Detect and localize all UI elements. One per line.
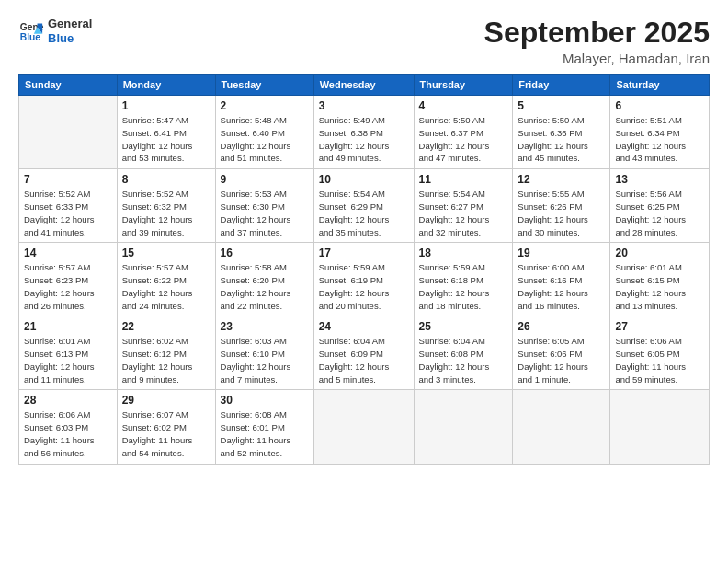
day-number: 11 xyxy=(419,173,508,186)
calendar-cell: 30Sunrise: 6:08 AM Sunset: 6:01 PM Dayli… xyxy=(215,390,313,464)
calendar-cell xyxy=(513,390,610,464)
calendar-cell: 14Sunrise: 5:57 AM Sunset: 6:23 PM Dayli… xyxy=(19,243,118,316)
day-number: 7 xyxy=(24,173,112,186)
day-info: Sunrise: 5:49 AM Sunset: 6:38 PM Dayligh… xyxy=(319,114,409,165)
calendar-cell: 27Sunrise: 6:06 AM Sunset: 6:05 PM Dayli… xyxy=(610,316,710,390)
day-info: Sunrise: 6:06 AM Sunset: 6:03 PM Dayligh… xyxy=(24,408,112,459)
header: General Blue General Blue September 2025… xyxy=(18,17,710,66)
calendar-cell: 17Sunrise: 5:59 AM Sunset: 6:19 PM Dayli… xyxy=(313,243,414,316)
day-info: Sunrise: 6:06 AM Sunset: 6:05 PM Dayligh… xyxy=(615,335,704,385)
header-thursday: Thursday xyxy=(414,75,513,96)
calendar-table: Sunday Monday Tuesday Wednesday Thursday… xyxy=(18,74,710,464)
day-number: 28 xyxy=(24,394,112,407)
calendar-header-row: Sunday Monday Tuesday Wednesday Thursday… xyxy=(19,75,710,96)
calendar-cell: 15Sunrise: 5:57 AM Sunset: 6:22 PM Dayli… xyxy=(117,243,215,316)
calendar-week-row: 1Sunrise: 5:47 AM Sunset: 6:41 PM Daylig… xyxy=(19,96,710,169)
calendar-cell: 23Sunrise: 6:03 AM Sunset: 6:10 PM Dayli… xyxy=(215,316,313,390)
month-title: September 2025 xyxy=(484,17,710,49)
title-block: September 2025 Malayer, Hamadan, Iran xyxy=(484,17,710,66)
day-number: 30 xyxy=(221,394,309,407)
day-info: Sunrise: 5:55 AM Sunset: 6:26 PM Dayligh… xyxy=(518,188,605,238)
day-number: 17 xyxy=(319,247,409,259)
header-monday: Monday xyxy=(117,75,215,96)
day-info: Sunrise: 6:07 AM Sunset: 6:02 PM Dayligh… xyxy=(122,408,210,459)
day-number: 25 xyxy=(419,320,508,333)
calendar-cell xyxy=(313,390,414,464)
day-info: Sunrise: 5:53 AM Sunset: 6:30 PM Dayligh… xyxy=(221,188,309,238)
calendar-cell: 26Sunrise: 6:05 AM Sunset: 6:06 PM Dayli… xyxy=(513,316,610,390)
calendar-cell: 24Sunrise: 6:04 AM Sunset: 6:09 PM Dayli… xyxy=(313,316,414,390)
day-number: 14 xyxy=(24,247,112,259)
header-saturday: Saturday xyxy=(610,75,710,96)
logo: General Blue General Blue xyxy=(18,17,92,45)
day-info: Sunrise: 5:47 AM Sunset: 6:41 PM Dayligh… xyxy=(122,114,210,165)
logo-icon: General Blue xyxy=(18,18,44,44)
day-info: Sunrise: 5:57 AM Sunset: 6:23 PM Dayligh… xyxy=(24,261,112,312)
day-info: Sunrise: 5:52 AM Sunset: 6:32 PM Dayligh… xyxy=(122,188,210,238)
day-number: 22 xyxy=(122,320,210,333)
day-info: Sunrise: 5:48 AM Sunset: 6:40 PM Dayligh… xyxy=(221,114,309,165)
day-info: Sunrise: 5:59 AM Sunset: 6:18 PM Dayligh… xyxy=(419,261,508,312)
header-sunday: Sunday xyxy=(19,75,118,96)
day-number: 16 xyxy=(221,247,309,259)
day-number: 18 xyxy=(419,247,508,259)
day-number: 21 xyxy=(24,320,112,333)
day-number: 20 xyxy=(615,247,704,259)
day-info: Sunrise: 5:52 AM Sunset: 6:33 PM Dayligh… xyxy=(24,188,112,238)
calendar-cell: 1Sunrise: 5:47 AM Sunset: 6:41 PM Daylig… xyxy=(117,96,215,169)
calendar-week-row: 14Sunrise: 5:57 AM Sunset: 6:23 PM Dayli… xyxy=(19,243,710,316)
calendar-cell xyxy=(414,390,513,464)
day-number: 4 xyxy=(419,99,508,112)
calendar-cell: 16Sunrise: 5:58 AM Sunset: 6:20 PM Dayli… xyxy=(215,243,313,316)
day-number: 12 xyxy=(518,173,605,186)
day-number: 29 xyxy=(122,394,210,407)
day-info: Sunrise: 6:01 AM Sunset: 6:13 PM Dayligh… xyxy=(24,335,112,385)
day-number: 1 xyxy=(122,99,210,112)
day-info: Sunrise: 5:56 AM Sunset: 6:25 PM Dayligh… xyxy=(615,188,704,238)
calendar-cell: 5Sunrise: 5:50 AM Sunset: 6:36 PM Daylig… xyxy=(513,96,610,169)
calendar-cell: 6Sunrise: 5:51 AM Sunset: 6:34 PM Daylig… xyxy=(610,96,710,169)
calendar-cell: 7Sunrise: 5:52 AM Sunset: 6:33 PM Daylig… xyxy=(19,169,118,243)
day-number: 23 xyxy=(221,320,309,333)
calendar-cell: 28Sunrise: 6:06 AM Sunset: 6:03 PM Dayli… xyxy=(19,390,118,464)
day-number: 27 xyxy=(615,320,704,333)
day-info: Sunrise: 6:00 AM Sunset: 6:16 PM Dayligh… xyxy=(518,261,605,312)
day-info: Sunrise: 5:50 AM Sunset: 6:36 PM Dayligh… xyxy=(518,114,605,165)
day-info: Sunrise: 6:03 AM Sunset: 6:10 PM Dayligh… xyxy=(221,335,309,385)
day-number: 9 xyxy=(221,173,309,186)
calendar-cell: 21Sunrise: 6:01 AM Sunset: 6:13 PM Dayli… xyxy=(19,316,118,390)
day-info: Sunrise: 6:08 AM Sunset: 6:01 PM Dayligh… xyxy=(221,408,309,459)
calendar-cell: 25Sunrise: 6:04 AM Sunset: 6:08 PM Dayli… xyxy=(414,316,513,390)
day-number: 13 xyxy=(615,173,704,186)
calendar-cell: 22Sunrise: 6:02 AM Sunset: 6:12 PM Dayli… xyxy=(117,316,215,390)
calendar-week-row: 28Sunrise: 6:06 AM Sunset: 6:03 PM Dayli… xyxy=(19,390,710,464)
calendar-cell: 11Sunrise: 5:54 AM Sunset: 6:27 PM Dayli… xyxy=(414,169,513,243)
day-info: Sunrise: 5:59 AM Sunset: 6:19 PM Dayligh… xyxy=(319,261,409,312)
day-info: Sunrise: 6:05 AM Sunset: 6:06 PM Dayligh… xyxy=(518,335,605,385)
calendar-cell xyxy=(610,390,710,464)
calendar-cell: 4Sunrise: 5:50 AM Sunset: 6:37 PM Daylig… xyxy=(414,96,513,169)
day-number: 26 xyxy=(518,320,605,333)
day-info: Sunrise: 6:04 AM Sunset: 6:08 PM Dayligh… xyxy=(419,335,508,385)
svg-text:Blue: Blue xyxy=(20,32,41,42)
day-number: 10 xyxy=(319,173,409,186)
day-info: Sunrise: 6:04 AM Sunset: 6:09 PM Dayligh… xyxy=(319,335,409,385)
day-number: 8 xyxy=(122,173,210,186)
header-tuesday: Tuesday xyxy=(215,75,313,96)
day-number: 2 xyxy=(221,99,309,112)
logo-text-blue: Blue xyxy=(48,31,92,46)
header-wednesday: Wednesday xyxy=(313,75,414,96)
calendar-week-row: 7Sunrise: 5:52 AM Sunset: 6:33 PM Daylig… xyxy=(19,169,710,243)
header-friday: Friday xyxy=(513,75,610,96)
day-info: Sunrise: 5:54 AM Sunset: 6:29 PM Dayligh… xyxy=(319,188,409,238)
calendar-cell: 29Sunrise: 6:07 AM Sunset: 6:02 PM Dayli… xyxy=(117,390,215,464)
location-subtitle: Malayer, Hamadan, Iran xyxy=(484,51,710,66)
logo-text-general: General xyxy=(48,17,92,31)
calendar-cell: 9Sunrise: 5:53 AM Sunset: 6:30 PM Daylig… xyxy=(215,169,313,243)
calendar-cell: 19Sunrise: 6:00 AM Sunset: 6:16 PM Dayli… xyxy=(513,243,610,316)
calendar-cell xyxy=(19,96,118,169)
calendar-cell: 2Sunrise: 5:48 AM Sunset: 6:40 PM Daylig… xyxy=(215,96,313,169)
day-number: 24 xyxy=(319,320,409,333)
day-info: Sunrise: 5:54 AM Sunset: 6:27 PM Dayligh… xyxy=(419,188,508,238)
day-info: Sunrise: 5:58 AM Sunset: 6:20 PM Dayligh… xyxy=(221,261,309,312)
